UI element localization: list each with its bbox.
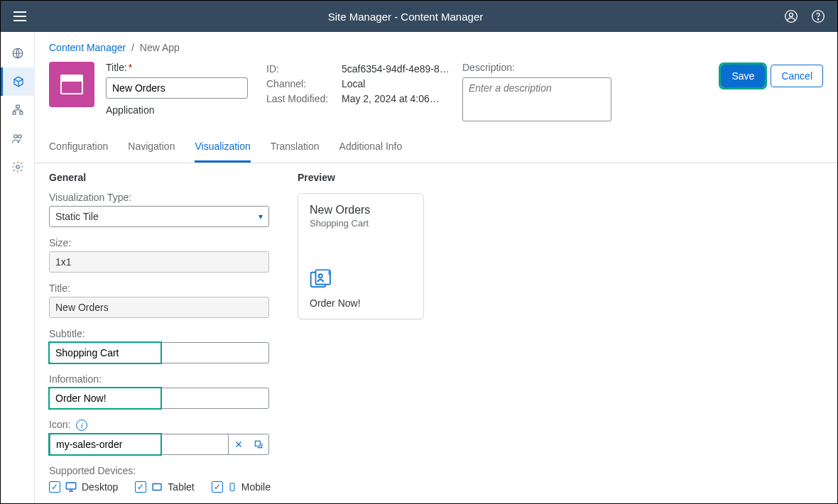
information-label: Information:	[49, 373, 269, 385]
title-label: Title:*	[106, 62, 255, 73]
breadcrumb-current: New App	[140, 42, 180, 53]
svg-rect-14	[230, 483, 234, 491]
tab-additional-info[interactable]: Additional Info	[339, 133, 403, 163]
tile-title: New Orders	[310, 204, 412, 217]
org-icon	[11, 104, 24, 116]
user-button[interactable]	[779, 4, 803, 28]
size-label: Size:	[49, 237, 269, 248]
svg-rect-13	[153, 484, 161, 491]
tile-subtitle: Shopping Cart	[310, 218, 412, 229]
tablet-icon	[151, 481, 163, 493]
object-header: Title:* Application ID:5caf6354-94df-4e8…	[35, 57, 837, 133]
checkbox-tablet[interactable]: ✓	[135, 481, 146, 493]
viz-type-value: Static Tile	[55, 211, 99, 222]
type-text: Application	[106, 104, 255, 116]
size-field: 1x1	[49, 251, 269, 273]
tab-visualization[interactable]: Visualization	[195, 133, 250, 163]
svg-point-1	[790, 13, 793, 16]
tab-navigation[interactable]: Navigation	[128, 133, 175, 163]
viz-type-select[interactable]: Static Tile ▾	[49, 206, 269, 227]
viz-title-label: Title:	[49, 283, 269, 294]
tab-configuration[interactable]: Configuration	[49, 133, 108, 163]
globe-icon	[11, 47, 24, 60]
device-desktop[interactable]: ✓ Desktop	[49, 481, 118, 493]
svg-point-8	[13, 135, 17, 138]
svg-point-10	[16, 165, 19, 169]
description-input[interactable]	[462, 77, 611, 121]
device-mobile[interactable]: ✓ Mobile	[212, 481, 271, 493]
close-icon	[234, 439, 244, 449]
svg-rect-5	[16, 105, 19, 108]
subtitle-label: Subtitle:	[49, 328, 269, 339]
value-help-icon	[254, 439, 263, 449]
breadcrumb: Content Manager / New App	[35, 32, 837, 57]
rail-item-org[interactable]	[1, 96, 35, 124]
id-label: ID:	[266, 62, 337, 77]
svg-rect-12	[66, 483, 76, 489]
desktop-icon	[65, 481, 77, 493]
breadcrumb-root[interactable]: Content Manager	[49, 42, 126, 53]
app-thumbnail	[49, 62, 94, 107]
roles-icon	[11, 132, 24, 145]
menu-button[interactable]	[8, 4, 32, 28]
hamburger-icon	[13, 11, 26, 21]
icon-input[interactable]	[50, 434, 229, 455]
shell-header: Site Manager - Content Manager	[1, 1, 837, 32]
mobile-label: Mobile	[241, 481, 271, 493]
devices-label: Supported Devices:	[49, 465, 269, 476]
channel-value: Local	[342, 77, 451, 92]
mobile-icon	[227, 481, 237, 493]
device-tablet[interactable]: ✓ Tablet	[135, 481, 194, 493]
side-rail	[1, 32, 35, 503]
modified-value: May 2, 2024 at 4:06…	[342, 92, 451, 106]
cube-icon	[12, 75, 25, 88]
save-button[interactable]: Save	[721, 65, 765, 87]
icon-label: Icon: i	[49, 419, 269, 431]
breadcrumb-sep: /	[131, 42, 134, 53]
svg-point-3	[817, 19, 818, 20]
viz-title-field: New Orders	[49, 297, 269, 318]
general-heading: General	[49, 172, 269, 183]
shell-title: Site Manager - Content Manager	[32, 11, 779, 23]
checkbox-desktop[interactable]: ✓	[49, 481, 60, 493]
tile-info: Order Now!	[310, 297, 412, 309]
svg-rect-6	[13, 111, 16, 114]
modified-label: Last Modified:	[266, 92, 337, 106]
svg-point-9	[18, 135, 21, 138]
sales-order-icon: $	[310, 268, 412, 292]
value-help-button[interactable]	[249, 434, 268, 454]
title-input[interactable]	[106, 77, 248, 99]
tablet-label: Tablet	[168, 481, 194, 493]
chevron-down-icon: ▾	[259, 212, 263, 221]
clear-icon-button[interactable]	[229, 434, 249, 454]
channel-label: Channel:	[266, 77, 337, 92]
subtitle-input[interactable]	[49, 342, 269, 363]
tab-translation[interactable]: Translation	[271, 133, 320, 163]
svg-rect-7	[20, 111, 23, 114]
rail-item-globe[interactable]	[1, 39, 35, 67]
rail-item-roles[interactable]	[1, 124, 35, 153]
rail-item-cube[interactable]	[1, 67, 35, 96]
help-icon	[811, 9, 825, 23]
cancel-button[interactable]: Cancel	[771, 65, 823, 87]
information-input[interactable]	[49, 388, 269, 409]
tabs: Configuration Navigation Visualization T…	[35, 133, 837, 163]
description-label: Description:	[462, 62, 633, 73]
desktop-label: Desktop	[82, 481, 118, 493]
user-icon	[784, 9, 798, 23]
meta-block: ID:5caf6354-94df-4e89-8d87-6c5… Channel:…	[266, 62, 451, 106]
info-icon[interactable]: i	[76, 420, 87, 431]
svg-rect-11	[255, 441, 260, 446]
checkbox-mobile[interactable]: ✓	[212, 481, 223, 493]
rail-item-settings[interactable]	[1, 153, 35, 181]
preview-heading: Preview	[298, 172, 424, 183]
settings-icon	[11, 160, 24, 173]
id-value: 5caf6354-94df-4e89-8d87-6c5…	[342, 62, 451, 77]
viz-type-label: Visualization Type:	[49, 192, 269, 203]
preview-tile: New Orders Shopping Cart $ Order Now!	[298, 193, 424, 319]
help-button[interactable]	[806, 4, 830, 28]
